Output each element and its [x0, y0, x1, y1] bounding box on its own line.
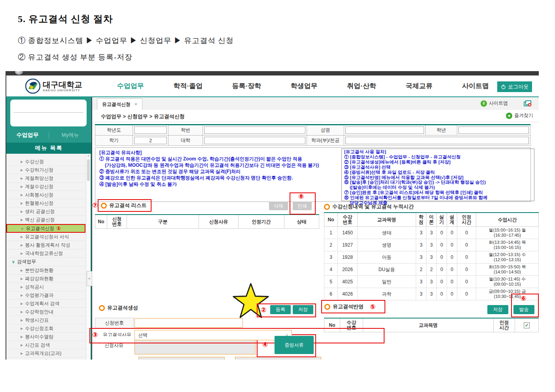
student-no-input[interactable]: [204, 126, 305, 134]
main-area: 유고결석신청 × ⠿ 사이트맵: [92, 97, 539, 360]
nav-item-student-affairs[interactable]: 학생업무: [291, 81, 318, 90]
notice-line: ② [유고결석생성]메뉴에서 [등록]버튼 클릭 후 [저장]: [344, 160, 532, 165]
logout-label: 로그아웃: [508, 83, 528, 90]
logout-button[interactable]: 로그아웃: [497, 81, 532, 92]
sidebar-item-social-service[interactable]: ▶사회봉사신청: [6, 191, 85, 199]
nav-item-sitemap[interactable]: 사이트맵: [462, 81, 489, 90]
sidebar-item-class-evaluation[interactable]: ▶수업평가결과: [6, 291, 85, 300]
sidebar-collapse-handle[interactable]: <: [87, 271, 92, 286]
apply-save-button[interactable]: 저장: [487, 305, 508, 314]
nav-item-registration-scholarship[interactable]: 등록·장학: [232, 81, 261, 90]
close-icon[interactable]: ×: [134, 102, 137, 107]
enrollment-table: No 수강 번호 교과목명 학 점 이 론 실 기 설 계 인정 시간 수업시간…: [324, 212, 539, 300]
period-tilde: ~: [228, 358, 231, 360]
nav-item-records-graduation[interactable]: 학적·졸업: [173, 81, 203, 90]
calendar-icon[interactable]: ▦: [218, 358, 223, 360]
sidebar-item-student-timetable[interactable]: ▶학생시간표: [6, 316, 85, 324]
enroll-col-no: No: [324, 213, 338, 227]
sidebar-item-blood-donation[interactable]: ▶헌혈봉사신청: [6, 199, 85, 207]
sidebar-item-timetable-search[interactable]: ▶시간표 검색: [6, 341, 85, 349]
name-label: 성명: [307, 125, 344, 136]
scrollbar-thumb[interactable]: [87, 159, 90, 181]
create-save-button[interactable]: 저장: [293, 305, 313, 314]
enroll-col-course-name: 교과목명: [358, 213, 416, 227]
dept-input[interactable]: [345, 137, 529, 144]
name-input[interactable]: [345, 126, 424, 134]
sidebar-item-menstrual-absence[interactable]: ▶생리 공결신청: [6, 207, 85, 216]
nav-item-course-affairs[interactable]: 수업업무: [117, 81, 144, 90]
triangle-icon: ▶: [21, 227, 24, 230]
window-close-icon[interactable]: [524, 100, 532, 107]
enroll-col-class-time: 수업시간: [476, 213, 539, 227]
sidebar-item-domestic-credit-exchange[interactable]: ▶국내학점교류신청: [6, 249, 85, 258]
sidebar-tab-my-menu[interactable]: My메뉴: [49, 132, 91, 139]
sidebar-group-search[interactable]: ∨검색업무: [6, 258, 85, 266]
nav-item-employment-industry[interactable]: 취업·산학: [347, 81, 376, 90]
enroll-col-theory: 이 론: [426, 213, 437, 227]
sidebar-item-course-registration[interactable]: ▶수강신청: [6, 158, 85, 166]
grade-input[interactable]: [458, 126, 529, 134]
table-row[interactable]: 42026DU실용22000화(15:00~15:50) 목(14:00~14:…: [324, 264, 539, 276]
sidebar-item-cancelled-courses[interactable]: ▶폐강강좌현황: [6, 275, 85, 283]
nav-item-international[interactable]: 국제교류: [405, 81, 432, 90]
enroll-col-course-no: 수강 번호: [338, 213, 358, 227]
sidebar-item-syllabus-search[interactable]: ▶수업계획서 검색: [6, 300, 85, 308]
list-col-status: 상태: [284, 215, 319, 229]
semester-input[interactable]: 2: [134, 137, 167, 144]
triangle-icon: ▶: [21, 202, 23, 205]
calendar-icon[interactable]: ▦: [315, 358, 319, 360]
sidebar-item-section-status[interactable]: ▶분반강좌현황: [6, 266, 85, 275]
sidebar-item-grade-posting[interactable]: ▶성적공시: [6, 283, 85, 291]
sidebar-item-service-completion[interactable]: ▶봉사이수열람: [6, 333, 85, 341]
sidebar-item-course-permission[interactable]: ▶수강허가신청: [6, 166, 85, 174]
period-end-input[interactable]: ▦: [235, 357, 321, 360]
triangle-icon: ▶: [21, 193, 23, 197]
sidebar-item-partial-last[interactable]: ▶취업전직추천: [6, 358, 85, 360]
annotation-box-list-title: 유고결석 리스트: [98, 199, 152, 212]
sidebar-item-excused-absence[interactable]: ▶유고결석신청①: [6, 224, 85, 233]
table-row[interactable]: 21927생명33000화(13:30~14:45) 목(15:00~16:15…: [324, 239, 539, 251]
list-col-request-no: 신청 번호: [107, 215, 127, 229]
sitemap-shortcut[interactable]: ⠿ 사이트맵: [481, 100, 508, 107]
tab-excused-absence[interactable]: 유고결석신청 ×: [97, 98, 142, 110]
sidebar-tab-course-affairs[interactable]: 수업업무: [6, 132, 49, 139]
college-input[interactable]: [204, 137, 305, 144]
annotation-6: ⑥: [521, 295, 526, 302]
university-emblem-icon: [25, 79, 40, 94]
notice-left: [유고결석 유의사항] ① 유고결석 적용은 대면수업 및 실시간 Zoom 수…: [99, 149, 337, 187]
sidebar-login-box[interactable]: [10, 100, 87, 126]
section-bullet-icon: [324, 304, 330, 310]
period-start-input[interactable]: ▦: [138, 357, 225, 360]
sidebar-item-service-plan[interactable]: ▶봉사 활동계획서 작성: [6, 241, 85, 249]
register-button[interactable]: 등록: [270, 305, 291, 314]
university-name: 대구대학교: [43, 81, 82, 89]
delete-button[interactable]: 삭제: [269, 202, 288, 210]
evidence-button[interactable]: 증빙서류: [275, 336, 314, 354]
list-col-category: 구분: [127, 215, 199, 229]
reason-select[interactable]: 선택 ∨: [134, 330, 292, 340]
scroll-up-icon[interactable]: ∧: [86, 154, 91, 158]
sidebar-item-absence-form[interactable]: ▶유고결석신청서 서식: [6, 233, 85, 241]
triangle-icon: ▶: [21, 294, 23, 297]
request-no-input[interactable]: [134, 318, 243, 328]
sidebar-item-seasonal-hope[interactable]: ▶계절희망신청: [6, 174, 85, 183]
favorite-shortcut[interactable]: ★ 즐겨찾기: [506, 112, 533, 119]
table-row[interactable]: 64026과학33000금(09:00~10:15) 금(10:30~11:45…: [324, 288, 539, 300]
annotation-4: ④: [262, 341, 268, 348]
window-top-bar: [6, 71, 539, 75]
sidebar-item-seasonal-course[interactable]: ▶계절수강신청: [6, 183, 85, 191]
sidebar-item-course-outline[interactable]: ▶교과목개요(교과): [6, 349, 85, 358]
select-all-checkbox[interactable]: ✓: [524, 322, 530, 328]
year-input[interactable]: [134, 126, 167, 134]
table-row[interactable]: 11450생태33000월(15:00~16:15) 월(16:30~17:45…: [324, 227, 539, 239]
university-logo[interactable]: 대구대학교 DAEGU UNIVERSITY: [25, 79, 82, 94]
sidebar-item-credit-guide[interactable]: ▶수강학점안내: [6, 308, 85, 316]
table-row[interactable]: 54025일반33000월(10:30~11:45) 수(09:00~10:15…: [324, 276, 539, 288]
notice-line: ③ 폐강으로 인한 유고결석은 단과대학행정실에서 폐강과목 수강신청자 명단 …: [99, 175, 337, 181]
sidebar-item-vaccine-absence[interactable]: ▶백신 공결신청: [6, 216, 85, 224]
send-button[interactable]: 발송: [513, 305, 534, 314]
sidebar: 수업업무 My메뉴 메뉴 목록 ▶수강신청 ▶수강허가신청 ▶계절희망신청 ▶계…: [6, 97, 92, 360]
sidebar-item-registration-inquiry[interactable]: ▶수강신청조회: [6, 324, 85, 333]
enroll-section-header: 수강신청내역 및 유고결석 누적시간: [324, 203, 414, 210]
table-row[interactable]: 31928아동33000월(12:00~13:15) 수(12:00~13:15…: [324, 251, 539, 264]
